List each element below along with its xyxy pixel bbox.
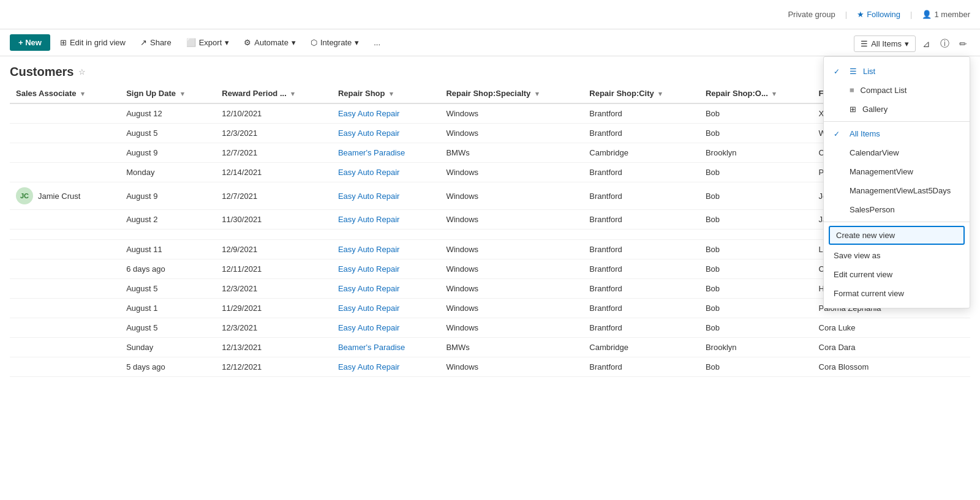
repair-shop-link[interactable]: Easy Auto Repair <box>338 264 399 274</box>
named-views-section: ✓ All Items CalendarView ManagementView … <box>824 122 970 222</box>
top-right-controls: ☰ All Items ▾ ⊿ ⓘ ✏ <box>854 35 970 53</box>
col-reward-period[interactable]: Reward Period ... ▾ <box>216 84 332 103</box>
info-icon: ⓘ <box>940 38 949 48</box>
check-icon: ✓ <box>834 67 843 76</box>
avatar-cell: JCJamie Crust <box>16 187 114 204</box>
save-view-as-button[interactable]: Save view as <box>824 246 970 265</box>
member-button[interactable]: 👤 1 member <box>922 10 970 19</box>
edit-current-view-button[interactable]: Edit current view <box>824 265 970 284</box>
more-button[interactable]: ... <box>369 35 385 50</box>
repair-shop-link[interactable]: Easy Auto Repair <box>338 168 399 177</box>
view-type-gallery[interactable]: ⊞ Gallery <box>824 100 970 119</box>
format-current-view-button[interactable]: Format current view <box>824 284 970 303</box>
info-button[interactable]: ⓘ <box>937 35 952 53</box>
integrate-button[interactable]: ⬡ Integrate ▾ <box>306 35 364 50</box>
col-repair-shop[interactable]: Repair Shop ▾ <box>332 84 440 103</box>
col-repair-other[interactable]: Repair Shop:O... ▾ <box>699 84 813 103</box>
person-icon: 👤 <box>922 10 932 19</box>
edit-grid-button[interactable]: ⊞ Edit in grid view <box>55 35 130 50</box>
excel-icon: ⬜ <box>186 38 196 47</box>
repair-shop-link[interactable]: Beamer's Paradise <box>338 148 405 157</box>
view-management[interactable]: ManagementView <box>824 162 970 181</box>
view-all-items[interactable]: ✓ All Items <box>824 124 970 143</box>
pencil-icon: ✏ <box>959 39 967 49</box>
view-type-section: ✓ ☰ List ≡ Compact List ⊞ Gallery <box>824 59 970 122</box>
repair-shop-link[interactable]: Easy Auto Repair <box>338 109 399 118</box>
gallery-icon: ⊞ <box>850 105 856 114</box>
share-icon: ↗ <box>140 38 147 47</box>
repair-shop-link[interactable]: Easy Auto Repair <box>338 284 399 293</box>
export-chevron-icon: ▾ <box>225 38 229 47</box>
export-button[interactable]: ⬜ Export ▾ <box>181 35 235 50</box>
view-selector-chevron-icon: ▾ <box>905 39 909 48</box>
toolbar: + New ⊞ Edit in grid view ↗ Share ⬜ Expo… <box>0 29 980 56</box>
filter-icon: ⊿ <box>922 39 930 49</box>
table-row: August 512/3/2021Easy Auto RepairWindows… <box>10 318 970 338</box>
following-button[interactable]: ★ Following <box>857 10 900 19</box>
view-salesperson[interactable]: SalesPerson <box>824 200 970 219</box>
page-title: Customers <box>10 65 74 79</box>
integrate-icon: ⬡ <box>311 38 317 47</box>
table-row: Sunday12/13/2021Beamer's ParadiseBMWsCam… <box>10 338 970 357</box>
new-button[interactable]: + New <box>10 34 50 51</box>
view-management-last5[interactable]: ManagementViewLast5Days <box>824 181 970 200</box>
view-type-compact-list[interactable]: ≡ Compact List <box>824 81 970 100</box>
star-icon: ★ <box>857 10 864 19</box>
repair-shop-link[interactable]: Easy Auto Repair <box>338 129 399 138</box>
view-calendar[interactable]: CalendarView <box>824 143 970 162</box>
filter-button[interactable]: ⊿ <box>919 35 933 53</box>
automate-chevron-icon: ▾ <box>292 38 296 47</box>
col-repair-specialty[interactable]: Repair Shop:Specialty ▾ <box>440 84 583 103</box>
private-group-label: Private group <box>788 10 835 19</box>
all-items-check-icon: ✓ <box>834 130 843 138</box>
view-actions-section: Create new view Save view as Edit curren… <box>824 222 970 305</box>
compact-list-icon: ≡ <box>850 86 854 95</box>
repair-shop-link[interactable]: Easy Auto Repair <box>338 362 399 371</box>
top-bar-right: Private group | ★ Following | 👤 1 member <box>788 10 970 19</box>
share-button[interactable]: ↗ Share <box>135 35 176 50</box>
create-new-view-button[interactable]: Create new view <box>829 226 965 245</box>
repair-shop-link[interactable]: Easy Auto Repair <box>338 304 399 313</box>
col-sales-associate[interactable]: Sales Associate ▾ <box>10 84 120 103</box>
repair-shop-link[interactable]: Beamer's Paradise <box>338 343 405 352</box>
integrate-chevron-icon: ▾ <box>355 38 359 47</box>
repair-shop-link[interactable]: Easy Auto Repair <box>338 245 399 254</box>
view-dropdown-menu: ✓ ☰ List ≡ Compact List ⊞ Gallery ✓ All … <box>823 56 970 308</box>
grid-icon: ⊞ <box>60 38 67 47</box>
repair-shop-link[interactable]: Easy Auto Repair <box>338 192 399 201</box>
col-sign-up-date[interactable]: Sign Up Date ▾ <box>120 84 216 103</box>
edit-button[interactable]: ✏ <box>956 35 970 53</box>
repair-shop-link[interactable]: Easy Auto Repair <box>338 323 399 332</box>
automate-icon: ⚙ <box>244 38 251 47</box>
top-bar: Private group | ★ Following | 👤 1 member <box>0 0 980 29</box>
view-type-list[interactable]: ✓ ☰ List <box>824 62 970 81</box>
view-selector-button[interactable]: ☰ All Items ▾ <box>854 35 916 52</box>
automate-button[interactable]: ⚙ Automate ▾ <box>239 35 301 50</box>
avatar: JC <box>16 187 33 204</box>
table-row: 5 days ago12/12/2021Easy Auto RepairWind… <box>10 357 970 377</box>
col-repair-city[interactable]: Repair Shop:City ▾ <box>583 84 699 103</box>
list-icon: ☰ <box>850 67 857 76</box>
favorite-icon[interactable]: ☆ <box>78 67 86 76</box>
list-view-icon: ☰ <box>861 39 868 48</box>
repair-shop-link[interactable]: Easy Auto Repair <box>338 215 399 224</box>
